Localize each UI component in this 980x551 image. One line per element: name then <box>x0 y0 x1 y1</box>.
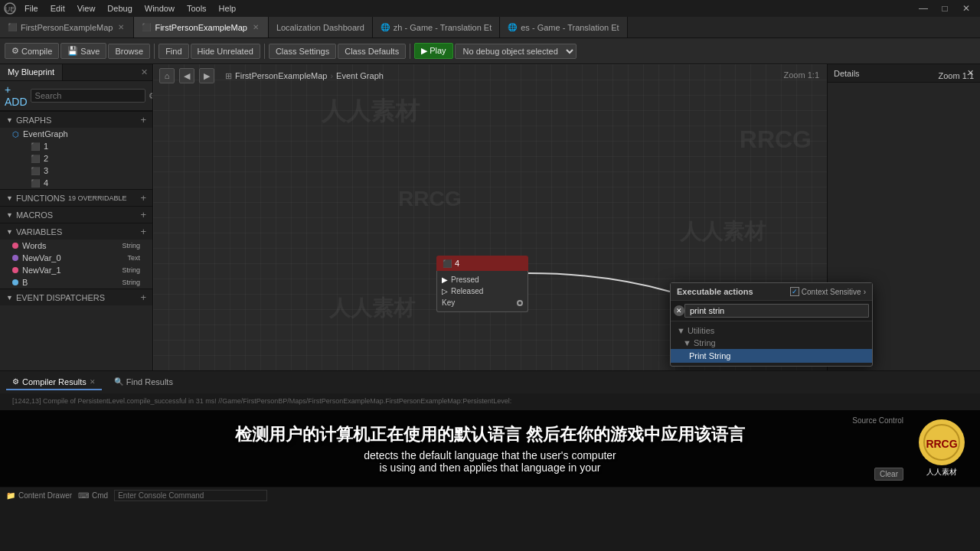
functions-add-button[interactable]: + <box>140 192 146 204</box>
canvas-area[interactable]: 人人素材 RRCG RRCG 人人素材 人人素材 RRCG ⌂ ◀ ▶ ⊞ Fi… <box>153 64 980 370</box>
graph-node-3-label: 3 <box>44 166 48 175</box>
menu-debug[interactable]: Debug <box>101 2 138 15</box>
search-clear-button[interactable]: ✕ <box>674 305 684 316</box>
node-pin-released: ▷ Released <box>437 285 528 297</box>
dispatchers-label: EVENT DISPATCHERS <box>16 293 105 302</box>
event-graph-item[interactable]: ⬡ EventGraph <box>0 128 152 140</box>
popup-context-sensitive[interactable]: Context Sensitive › <box>790 287 866 296</box>
tab-icon-0: ⬛ <box>8 23 17 31</box>
subtitle-en-line2: is using and then applies that language … <box>380 461 601 474</box>
subtitle-en-line1: detects the default language that the us… <box>364 449 616 461</box>
popup-search-input[interactable] <box>684 304 869 318</box>
tree-category-utilities[interactable]: ▼ Utilities <box>671 324 872 337</box>
dispatchers-add-button[interactable]: + <box>140 292 146 303</box>
tab-4[interactable]: 🌐 es - Game - Translation Et <box>500 17 627 37</box>
nav-home-button[interactable]: ⌂ <box>159 68 175 83</box>
node-4-header: ⬛ 4 <box>436 256 528 271</box>
graphs-label: GRAPHS <box>16 116 51 125</box>
class-defaults-label: Class Defaults <box>345 47 399 56</box>
compiler-results-tab[interactable]: ⚙ Compiler Results ✕ <box>6 375 102 390</box>
svg-text:RRCG: RRCG <box>926 438 957 450</box>
maximize-button[interactable]: □ <box>934 0 956 17</box>
node-pin-pressed: ▶ Pressed <box>437 274 528 285</box>
menu-bar: File Edit View Debug Window Tools Help <box>18 2 242 15</box>
graphs-section-header[interactable]: ▼ GRAPHS + <box>0 111 152 128</box>
find-results-tab[interactable]: 🔍 Find Results <box>108 375 179 390</box>
my-blueprint-tab[interactable]: My Blueprint <box>0 64 63 80</box>
graph-node-3[interactable]: ⬛ 3 <box>18 165 152 177</box>
functions-section-header[interactable]: ▼ FUNCTIONS 19 OVERRIDABLE + <box>0 189 152 206</box>
menu-edit[interactable]: Edit <box>44 2 71 15</box>
browse-button[interactable]: Browse <box>108 44 150 59</box>
macros-section-header[interactable]: ▼ MACROS + <box>0 206 152 223</box>
var-words[interactable]: Words String <box>0 240 152 252</box>
tab-close-1[interactable]: ✕ <box>251 22 260 32</box>
macros-add-button[interactable]: + <box>140 209 146 220</box>
class-defaults-button[interactable]: Class Defaults <box>338 44 406 59</box>
left-panel: My Blueprint ✕ + ADD ⚙ ▼ GRAPHS + ⬡ Even… <box>0 64 153 370</box>
debug-select[interactable]: No debug object selected <box>455 44 577 59</box>
subtitle-area: 检测用户的计算机正在使用的默认语言 然后在你的游戏中应用该语言 detects … <box>0 410 980 487</box>
var-newvar1[interactable]: NewVar_1 String <box>0 264 152 276</box>
save-button[interactable]: 💾 Save <box>60 43 106 59</box>
menu-help[interactable]: Help <box>213 2 243 15</box>
toolbar: ⚙ Compile 💾 Save Browse Find Hide Unrela… <box>0 38 980 64</box>
close-button[interactable]: ✕ <box>956 0 977 17</box>
string-label: String <box>694 338 716 347</box>
var-words-dot <box>12 243 18 249</box>
tab-1[interactable]: ⬛ FirstPersonExampleMap ✕ <box>134 17 268 37</box>
compile-button[interactable]: ⚙ Compile <box>5 43 59 59</box>
tab-label-3: zh - Game - Translation Et <box>394 23 492 32</box>
menu-window[interactable]: Window <box>139 2 181 15</box>
cmd-text: Cmd <box>92 491 108 500</box>
minimize-button[interactable]: — <box>913 0 934 17</box>
play-button[interactable]: ▶ Play <box>414 43 452 59</box>
menu-view[interactable]: View <box>71 2 102 15</box>
breadcrumb-map[interactable]: FirstPersonExampleMap <box>235 71 327 80</box>
compiler-results-close[interactable]: ✕ <box>90 378 96 386</box>
variables-add-button[interactable]: + <box>140 226 146 237</box>
tab-label-4: es - Game - Translation Et <box>521 23 619 32</box>
graph-node-1-icon: ⬛ <box>31 142 40 151</box>
utilities-label: Utilities <box>688 326 714 335</box>
cmd-icon: ⌨ <box>78 491 89 500</box>
canvas-top-bar: ⌂ ◀ ▶ ⊞ FirstPersonExampleMap › Event Gr… <box>153 64 980 87</box>
variables-section-header[interactable]: ▼ VARIABLES + <box>0 223 152 240</box>
content-drawer-button[interactable]: 📁 Content Drawer <box>6 491 72 500</box>
var-b[interactable]: B String <box>0 276 152 289</box>
context-sensitive-checkbox[interactable] <box>790 287 799 296</box>
hide-unrelated-button[interactable]: Hide Unrelated <box>191 44 260 59</box>
nav-back-button[interactable]: ◀ <box>179 68 194 83</box>
cmd-input[interactable] <box>114 490 267 501</box>
compiler-icon: ⚙ <box>12 377 19 386</box>
tree-sub-string[interactable]: ▼ String <box>671 337 872 349</box>
variables-chevron: ▼ <box>6 228 13 236</box>
node-4[interactable]: ⬛ 4 ▶ Pressed ▷ Released Key <box>436 256 528 312</box>
dispatchers-section-header[interactable]: ▼ EVENT DISPATCHERS + <box>0 289 152 305</box>
graph-node-1[interactable]: ⬛ 1 <box>18 140 152 152</box>
graph-node-4[interactable]: ⬛ 4 <box>18 177 152 189</box>
var-newvar1-type: String <box>122 266 140 274</box>
log-text: [1242,13] Compile of PersistentLevel.com… <box>6 396 518 406</box>
panel-close-btn[interactable]: ✕ <box>136 64 152 80</box>
menu-tools[interactable]: Tools <box>181 2 213 15</box>
graph-node-4-icon: ⬛ <box>31 179 40 187</box>
tab-3[interactable]: 🌐 zh - Game - Translation Et <box>373 17 500 37</box>
clear-button[interactable]: Clear <box>874 468 903 481</box>
breadcrumb-graph[interactable]: Event Graph <box>336 71 384 80</box>
tab-close-0[interactable]: ✕ <box>116 22 126 32</box>
nav-forward-button[interactable]: ▶ <box>199 68 214 83</box>
tree-item-print-string[interactable]: Print String <box>671 349 872 363</box>
search-input[interactable] <box>31 89 145 103</box>
tab-0[interactable]: ⬛ FirstPersonExampleMap ✕ <box>0 17 134 37</box>
search-bar: + ADD ⚙ <box>0 81 152 111</box>
add-button[interactable]: + ADD <box>5 83 28 108</box>
var-newvar0-label: NewVar_0 <box>22 253 61 262</box>
class-settings-button[interactable]: Class Settings <box>269 44 336 59</box>
find-button[interactable]: Find <box>158 44 188 59</box>
graph-node-2[interactable]: ⬛ 2 <box>18 152 152 165</box>
var-newvar0[interactable]: NewVar_0 Text <box>0 252 152 264</box>
graphs-add-button[interactable]: + <box>140 114 146 126</box>
tab-2[interactable]: Localization Dashboard <box>269 17 373 37</box>
menu-file[interactable]: File <box>18 2 44 15</box>
